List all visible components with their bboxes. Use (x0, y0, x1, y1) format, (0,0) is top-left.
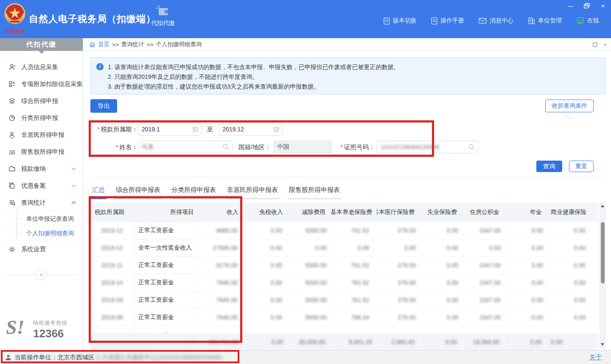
export-button[interactable]: 导出 (90, 99, 117, 113)
required-mark: * (116, 144, 118, 150)
scroll-up-arrow[interactable] (600, 203, 605, 208)
table-row[interactable]: 2019-09 正常工资薪金 7645.00 0.00 5000.00 761.… (90, 292, 598, 309)
column-header[interactable]: 免税收入 (243, 203, 288, 222)
totals-cell: 8,951.16 (330, 333, 377, 350)
menu-message-center[interactable]: 消息中心 (479, 17, 513, 25)
table-row[interactable]: 2019-11 正常工资薪金 9176.00 0.00 5000.00 761.… (90, 257, 598, 274)
reset-button[interactable]: 重置 (569, 161, 594, 172)
collapse-query-button[interactable]: 收折查询条件 (545, 100, 594, 112)
name-input[interactable] (138, 141, 232, 153)
table-row[interactable]: 2019-12 全年一次性奖金收入 27500.00 0.00 0.00 0.0… (90, 239, 598, 257)
vertical-scrollbar[interactable] (600, 203, 605, 348)
cell-income-item: 正常工资薪金 (134, 257, 198, 274)
cell-medical: 279.00 (374, 274, 420, 291)
scroll-down-arrow[interactable] (600, 342, 605, 347)
sidebar-item-comprehensive-income[interactable]: 综合所得申报 (0, 92, 83, 109)
breadcrumb-home-link[interactable]: 首页 (98, 41, 109, 48)
table-row[interactable]: 2019-12 正常工资薪金 9985.00 0.00 5000.00 761.… (90, 222, 598, 239)
sidebar-item-preferential-filing[interactable]: 优惠备案 (0, 177, 83, 194)
sidebar-item-tax-payment[interactable]: 税款缴纳 (0, 160, 83, 177)
result-tabs: 汇总 综合所得申报表 分类所得申报表 非居民所得申报表 限售股所得申报表 (90, 186, 605, 199)
column-header[interactable]: 年金 (504, 203, 547, 222)
cell-taxfree-income: 0.00 (242, 239, 287, 256)
info-icon: i (96, 63, 104, 70)
column-header[interactable]: 基本医疗保险费 (377, 203, 419, 222)
totals-cell: 2,960.40 (377, 333, 419, 350)
cell-period: 2019-08 (90, 309, 134, 326)
cell-taxfree-income: 0.00 (242, 257, 287, 274)
tab-comprehensive-income[interactable]: 综合所得申报表 (114, 186, 162, 199)
sidebar-collapse-button[interactable]: « (36, 269, 47, 280)
period-to-field[interactable] (219, 123, 283, 136)
cell-period: 2019-10 (90, 274, 134, 291)
period-from-input[interactable] (138, 123, 201, 135)
sidebar-item-label: 人员信息采集 (21, 63, 58, 71)
period-to-input[interactable] (219, 123, 282, 135)
column-header[interactable]: 税款所属期 (90, 203, 154, 222)
table-partial-row: .. (90, 326, 598, 333)
tab-withholding-module[interactable]: 代扣代缴 (148, 5, 178, 35)
menu-unit-management[interactable]: 单位管理 (528, 17, 562, 25)
sidebar-subitem-unit-declaration-query[interactable]: 单位申报记录查询 (0, 211, 83, 226)
cell-medical: 279.00 (374, 257, 420, 274)
about-link[interactable]: 关于 (589, 353, 602, 361)
top-header: 中国税务 自然人电子税务局（扣缴端） 代扣代缴 版本切换 (0, 0, 611, 38)
calendar-icon[interactable] (274, 126, 279, 132)
notice-line: 2. 只能查询2019年及之后的数据，不能进行跨年度查询。 (108, 72, 599, 82)
online-label: 在线 (587, 17, 599, 25)
column-header[interactable]: 收入 (199, 203, 243, 222)
cell-annuity: 0.00 (505, 274, 548, 291)
cell-medical: 279.00 (374, 309, 420, 326)
sidebar-subitem-personal-withholding-query[interactable]: 个人扣缴明细查询 (0, 226, 83, 240)
column-header[interactable]: 失业保险费 (419, 203, 462, 222)
cell (548, 326, 590, 333)
sidebar: 代扣代缴 人员信息采集 专项附加扣除信息采集 综合所得申报 分类所得申报 非居民… (0, 38, 83, 350)
cell-health-insurance: 0.00 (548, 274, 590, 291)
sidebar-item-query-statistics[interactable]: 查询统计 (0, 194, 83, 211)
column-header[interactable]: 基本养老保险费 (330, 203, 377, 222)
cell-annuity: 0.00 (505, 292, 548, 308)
name-label: 姓名： (120, 144, 138, 150)
table-row[interactable]: 2019-10 正常工资薪金 7645.00 0.00 5000.00 761.… (90, 274, 598, 292)
query-button[interactable]: 查询 (536, 161, 562, 172)
tab-restricted-shares[interactable]: 限售股所得申报表 (287, 186, 342, 199)
tab-nonresident-income[interactable]: 非居民所得申报表 (225, 186, 280, 199)
chevron-down-icon (71, 167, 76, 170)
column-header[interactable]: 住房公积金 (462, 203, 504, 222)
sidebar-item-restricted-shares[interactable]: 限售股所得申报 (0, 143, 83, 160)
cell-income: 7645.00 (198, 309, 242, 326)
page-close-icon[interactable]: × (603, 42, 607, 48)
cell-income-item: 正常工资薪金 (134, 222, 198, 239)
sidebar-item-special-deduction[interactable]: 专项附加扣除信息采集 (0, 75, 83, 92)
tab-classified-income[interactable]: 分类所得申报表 (170, 186, 218, 199)
calendar-icon[interactable] (193, 126, 198, 132)
notice-line: 1. 该查询统计表仅能查询已申报成功的数据，不包含未申报、申报失败，已申报但已作… (108, 62, 599, 72)
column-header[interactable]: 所得项目 (154, 203, 199, 222)
cell-taxfree-income: 0.00 (242, 274, 287, 291)
menu-operation-manual[interactable]: 操作手册 (431, 17, 464, 25)
period-from-field[interactable] (138, 123, 202, 136)
id-number-field[interactable] (376, 141, 478, 153)
column-header[interactable]: 减除费用 (288, 203, 330, 222)
table-row[interactable]: 2019-08 正常工资薪金 7645.00 0.00 5000.00 798.… (90, 309, 598, 326)
tab-summary[interactable]: 汇总 (90, 186, 107, 199)
page-restore-icon[interactable] (593, 42, 597, 47)
online-status[interactable]: 在线 (576, 17, 599, 25)
minimize-button[interactable]: — (566, 1, 575, 10)
restore-button[interactable] (582, 1, 591, 10)
sidebar-item-system-settings[interactable]: 系统设置 (0, 241, 83, 258)
close-button[interactable]: × (598, 1, 608, 10)
cell (505, 326, 548, 333)
search-icon[interactable] (223, 144, 229, 150)
column-header[interactable]: 商业健康保险 (547, 203, 598, 222)
sidebar-item-nonresident-income[interactable]: 非居民所得申报 (0, 126, 83, 143)
vertical-scroll-thumb[interactable] (601, 222, 605, 283)
id-number-input[interactable] (377, 141, 478, 153)
sidebar-item-personnel-info[interactable]: 人员信息采集 (0, 58, 83, 75)
menu-version-switch[interactable]: 版本切换 (384, 17, 417, 25)
search-icon[interactable] (468, 144, 475, 150)
cell-period: 2019-12 (90, 239, 134, 256)
cell-taxfree-income: 0.00 (242, 292, 287, 308)
sidebar-item-classified-income[interactable]: 分类所得申报 (0, 109, 83, 126)
name-field[interactable] (138, 141, 233, 153)
